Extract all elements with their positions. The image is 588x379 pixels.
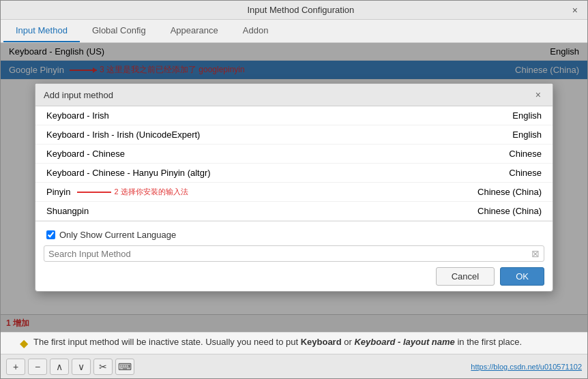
list-item[interactable]: Keyboard - Chinese Chinese [35, 145, 553, 164]
dialog-body: Keyboard - Irish English Keyboard - Iris… [35, 106, 553, 221]
configure-button[interactable]: ✂ [93, 359, 113, 375]
cancel-button[interactable]: Cancel [436, 267, 495, 286]
toolbar-left: + − ∧ ∨ ✂ ⌨ [6, 359, 134, 375]
dialog-overlay: Add input method × Keyboard - Irish Engl… [1, 43, 587, 332]
remove-button[interactable]: − [28, 359, 47, 375]
add-input-method-dialog: Add input method × Keyboard - Irish Engl… [35, 83, 553, 292]
main-content: Keyboard - English (US) English Google P… [1, 43, 587, 332]
bottom-toolbar: + − ∧ ∨ ✂ ⌨ https://blog.csdn.net/u01057… [1, 354, 587, 378]
list-item[interactable]: Keyboard - Chinese - Hanyu Pinyin (altgr… [35, 164, 553, 183]
dialog-item-name: Keyboard - Chinese [46, 149, 125, 159]
button-row: Cancel OK [44, 267, 544, 286]
window-close-button[interactable]: × [568, 3, 582, 17]
dialog-item-name: Keyboard - Chinese - Hanyu Pinyin (altgr… [46, 168, 211, 178]
dialog-item-lang: Chinese [509, 149, 542, 159]
list-item[interactable]: Keyboard - Irish - Irish (UnicodeExpert)… [35, 125, 553, 145]
dialog-item-left: Pinyin 2 选择你安装的输入法 [46, 187, 188, 197]
tab-bar: Input Method Global Config Appearance Ad… [1, 20, 587, 43]
add-button[interactable]: + [6, 359, 25, 375]
annotation-pinyin: 2 选择你安装的输入法 [74, 187, 188, 197]
titlebar: Input Method Configuration × [1, 1, 587, 20]
search-row: ⊠ [44, 245, 544, 262]
dialog-item-name: Keyboard - Irish [46, 110, 109, 121]
tab-global-config[interactable]: Global Config [80, 20, 158, 42]
dialog-item-name: Keyboard - Irish - Irish (UnicodeExpert) [46, 130, 200, 140]
only-show-current-language-label: Only Show Current Language [59, 230, 176, 240]
dialog-item-lang: English [512, 110, 542, 121]
dialog-titlebar: Add input method × [35, 84, 553, 106]
tab-addon[interactable]: Addon [231, 20, 281, 42]
list-item[interactable]: Keyboard - Irish English [35, 106, 553, 125]
dialog-item-lang: English [512, 130, 542, 140]
dialog-item-lang: Chinese (China) [477, 187, 542, 197]
dialog-item-name: Shuangpin [46, 206, 89, 216]
move-down-button[interactable]: ∨ [72, 359, 91, 375]
dialog-item-lang: Chinese [509, 168, 542, 178]
dialog-footer: Only Show Current Language ⊠ Cancel OK [35, 221, 553, 291]
keyboard-button[interactable]: ⌨ [115, 359, 134, 375]
bottom-info-panel: ◆ The first input method will be inactiv… [1, 332, 587, 354]
main-window: Input Method Configuration × Input Metho… [0, 0, 588, 379]
list-item[interactable]: Pinyin 2 选择你安装的输入法 Chinese (China) [35, 183, 553, 202]
window-title: Input Method Configuration [33, 5, 568, 15]
dialog-item-name: Pinyin [46, 187, 70, 197]
list-item[interactable]: Shuangpin Chinese (China) [35, 202, 553, 221]
move-up-button[interactable]: ∧ [50, 359, 69, 375]
search-clear-icon[interactable]: ⊠ [531, 248, 540, 259]
toolbar-link[interactable]: https://blog.csdn.net/u010571102 [471, 363, 582, 371]
ok-button[interactable]: OK [500, 267, 544, 286]
warning-icon: ◆ [20, 337, 28, 350]
dialog-item-lang: Chinese (China) [477, 206, 542, 216]
info-text: The first input method will be inactive … [33, 337, 522, 347]
search-input[interactable] [48, 249, 529, 259]
only-show-current-language-checkbox[interactable] [46, 230, 55, 239]
tab-input-method[interactable]: Input Method [3, 20, 80, 42]
only-show-current-language-row: Only Show Current Language [44, 227, 544, 245]
tab-appearance[interactable]: Appearance [158, 20, 231, 42]
dialog-close-button[interactable]: × [532, 88, 544, 102]
dialog-title: Add input method [44, 90, 113, 100]
